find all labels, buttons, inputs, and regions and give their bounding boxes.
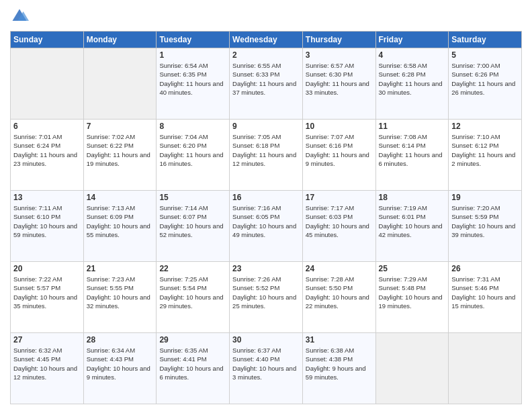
calendar-cell: 28 Sunrise: 6:34 AM Sunset: 4:43 PM Dayl…: [83, 333, 157, 404]
col-header-saturday: Saturday: [449, 32, 522, 48]
calendar-cell: 20 Sunrise: 7:22 AM Sunset: 5:57 PM Dayl…: [11, 262, 84, 333]
day-detail: Sunrise: 6:58 AM Sunset: 6:28 PM Dayligh…: [379, 61, 446, 97]
logo-icon: [10, 7, 29, 26]
calendar-cell: [83, 48, 157, 120]
day-detail: Sunrise: 7:16 AM Sunset: 6:05 PM Dayligh…: [232, 203, 300, 239]
day-number: 19: [451, 193, 519, 202]
calendar-cell: 8 Sunrise: 7:04 AM Sunset: 6:20 PM Dayli…: [157, 120, 230, 191]
day-detail: Sunrise: 7:23 AM Sunset: 5:55 PM Dayligh…: [87, 275, 154, 310]
day-detail: Sunrise: 7:17 AM Sunset: 6:03 PM Dayligh…: [306, 203, 373, 239]
day-number: 27: [13, 335, 81, 345]
calendar-cell: 4 Sunrise: 6:58 AM Sunset: 6:28 PM Dayli…: [375, 48, 449, 120]
day-detail: Sunrise: 7:19 AM Sunset: 6:01 PM Dayligh…: [379, 203, 446, 239]
day-number: 16: [232, 193, 300, 202]
day-detail: Sunrise: 6:57 AM Sunset: 6:30 PM Dayligh…: [306, 61, 373, 97]
day-number: 9: [232, 122, 300, 131]
calendar-cell: 25 Sunrise: 7:29 AM Sunset: 5:48 PM Dayl…: [375, 262, 449, 333]
calendar-cell: 22 Sunrise: 7:25 AM Sunset: 5:54 PM Dayl…: [157, 262, 230, 333]
day-number: 14: [87, 193, 154, 202]
day-number: 11: [379, 122, 446, 131]
day-detail: Sunrise: 6:35 AM Sunset: 4:41 PM Dayligh…: [159, 346, 226, 381]
day-number: 12: [451, 122, 519, 131]
calendar-cell: 16 Sunrise: 7:16 AM Sunset: 6:05 PM Dayl…: [230, 191, 303, 262]
day-detail: Sunrise: 7:08 AM Sunset: 6:14 PM Dayligh…: [379, 132, 446, 168]
day-detail: Sunrise: 6:37 AM Sunset: 4:40 PM Dayligh…: [232, 346, 300, 381]
col-header-thursday: Thursday: [302, 32, 375, 48]
calendar-cell: [449, 333, 522, 404]
calendar-cell: 2 Sunrise: 6:55 AM Sunset: 6:33 PM Dayli…: [230, 48, 303, 120]
logo: [10, 7, 32, 26]
day-number: 1: [159, 50, 226, 60]
calendar-cell: 13 Sunrise: 7:11 AM Sunset: 6:10 PM Dayl…: [11, 191, 84, 262]
day-detail: Sunrise: 7:22 AM Sunset: 5:57 PM Dayligh…: [13, 275, 81, 310]
day-detail: Sunrise: 7:02 AM Sunset: 6:22 PM Dayligh…: [87, 132, 154, 168]
day-detail: Sunrise: 6:32 AM Sunset: 4:45 PM Dayligh…: [13, 346, 81, 381]
day-number: 25: [379, 264, 446, 273]
day-number: 4: [379, 50, 446, 60]
day-number: 6: [13, 122, 81, 131]
day-number: 22: [159, 264, 226, 273]
day-detail: Sunrise: 7:04 AM Sunset: 6:20 PM Dayligh…: [159, 132, 226, 168]
day-detail: Sunrise: 7:13 AM Sunset: 6:09 PM Dayligh…: [87, 203, 154, 239]
calendar-cell: 3 Sunrise: 6:57 AM Sunset: 6:30 PM Dayli…: [302, 48, 375, 120]
day-number: 24: [306, 264, 373, 273]
calendar-cell: 14 Sunrise: 7:13 AM Sunset: 6:09 PM Dayl…: [83, 191, 157, 262]
day-number: 29: [159, 335, 226, 345]
calendar-cell: 19 Sunrise: 7:20 AM Sunset: 5:59 PM Dayl…: [449, 191, 522, 262]
day-number: 10: [306, 122, 373, 131]
day-number: 17: [306, 193, 373, 202]
day-detail: Sunrise: 7:10 AM Sunset: 6:12 PM Dayligh…: [451, 132, 519, 168]
day-detail: Sunrise: 7:25 AM Sunset: 5:54 PM Dayligh…: [159, 275, 226, 310]
col-header-monday: Monday: [83, 32, 157, 48]
calendar-cell: 31 Sunrise: 6:38 AM Sunset: 4:38 PM Dayl…: [302, 333, 375, 404]
calendar-cell: 29 Sunrise: 6:35 AM Sunset: 4:41 PM Dayl…: [157, 333, 230, 404]
day-number: 26: [451, 264, 519, 273]
day-number: 5: [451, 50, 519, 60]
calendar-cell: 10 Sunrise: 7:07 AM Sunset: 6:16 PM Dayl…: [302, 120, 375, 191]
calendar-cell: 6 Sunrise: 7:01 AM Sunset: 6:24 PM Dayli…: [11, 120, 84, 191]
calendar-cell: 30 Sunrise: 6:37 AM Sunset: 4:40 PM Dayl…: [230, 333, 303, 404]
calendar-cell: 1 Sunrise: 6:54 AM Sunset: 6:35 PM Dayli…: [157, 48, 230, 120]
calendar-cell: 27 Sunrise: 6:32 AM Sunset: 4:45 PM Dayl…: [11, 333, 84, 404]
day-detail: Sunrise: 6:54 AM Sunset: 6:35 PM Dayligh…: [159, 61, 226, 97]
calendar-cell: 23 Sunrise: 7:26 AM Sunset: 5:52 PM Dayl…: [230, 262, 303, 333]
day-number: 3: [306, 50, 373, 60]
header: [10, 7, 522, 26]
calendar-cell: 17 Sunrise: 7:17 AM Sunset: 6:03 PM Dayl…: [302, 191, 375, 262]
week-row-2: 6 Sunrise: 7:01 AM Sunset: 6:24 PM Dayli…: [11, 120, 522, 191]
day-detail: Sunrise: 6:38 AM Sunset: 4:38 PM Dayligh…: [306, 346, 373, 381]
calendar-cell: 12 Sunrise: 7:10 AM Sunset: 6:12 PM Dayl…: [449, 120, 522, 191]
week-row-3: 13 Sunrise: 7:11 AM Sunset: 6:10 PM Dayl…: [11, 191, 522, 262]
day-number: 28: [87, 335, 154, 345]
day-number: 18: [379, 193, 446, 202]
day-detail: Sunrise: 7:26 AM Sunset: 5:52 PM Dayligh…: [232, 275, 300, 310]
day-detail: Sunrise: 7:07 AM Sunset: 6:16 PM Dayligh…: [306, 132, 373, 168]
col-header-tuesday: Tuesday: [157, 32, 230, 48]
day-number: 7: [87, 122, 154, 131]
day-detail: Sunrise: 7:20 AM Sunset: 5:59 PM Dayligh…: [451, 203, 519, 239]
week-row-1: 1 Sunrise: 6:54 AM Sunset: 6:35 PM Dayli…: [11, 48, 522, 120]
week-row-4: 20 Sunrise: 7:22 AM Sunset: 5:57 PM Dayl…: [11, 262, 522, 333]
calendar-cell: 5 Sunrise: 7:00 AM Sunset: 6:26 PM Dayli…: [449, 48, 522, 120]
col-header-wednesday: Wednesday: [230, 32, 303, 48]
day-detail: Sunrise: 6:55 AM Sunset: 6:33 PM Dayligh…: [232, 61, 300, 97]
day-number: 13: [13, 193, 81, 202]
day-number: 20: [13, 264, 81, 273]
day-detail: Sunrise: 7:29 AM Sunset: 5:48 PM Dayligh…: [379, 275, 446, 310]
day-number: 31: [306, 335, 373, 345]
day-detail: Sunrise: 7:14 AM Sunset: 6:07 PM Dayligh…: [159, 203, 226, 239]
col-header-sunday: Sunday: [11, 32, 84, 48]
page: SundayMondayTuesdayWednesdayThursdayFrid…: [0, 0, 532, 411]
calendar-cell: 9 Sunrise: 7:05 AM Sunset: 6:18 PM Dayli…: [230, 120, 303, 191]
day-number: 15: [159, 193, 226, 202]
calendar-header: SundayMondayTuesdayWednesdayThursdayFrid…: [11, 32, 522, 48]
calendar-table: SundayMondayTuesdayWednesdayThursdayFrid…: [10, 31, 522, 404]
header-row: SundayMondayTuesdayWednesdayThursdayFrid…: [11, 32, 522, 48]
calendar-cell: 11 Sunrise: 7:08 AM Sunset: 6:14 PM Dayl…: [375, 120, 449, 191]
day-detail: Sunrise: 7:01 AM Sunset: 6:24 PM Dayligh…: [13, 132, 81, 168]
day-detail: Sunrise: 7:11 AM Sunset: 6:10 PM Dayligh…: [13, 203, 81, 239]
day-detail: Sunrise: 7:28 AM Sunset: 5:50 PM Dayligh…: [306, 275, 373, 310]
day-detail: Sunrise: 7:00 AM Sunset: 6:26 PM Dayligh…: [451, 61, 519, 97]
calendar-cell: 7 Sunrise: 7:02 AM Sunset: 6:22 PM Dayli…: [83, 120, 157, 191]
day-number: 21: [87, 264, 154, 273]
